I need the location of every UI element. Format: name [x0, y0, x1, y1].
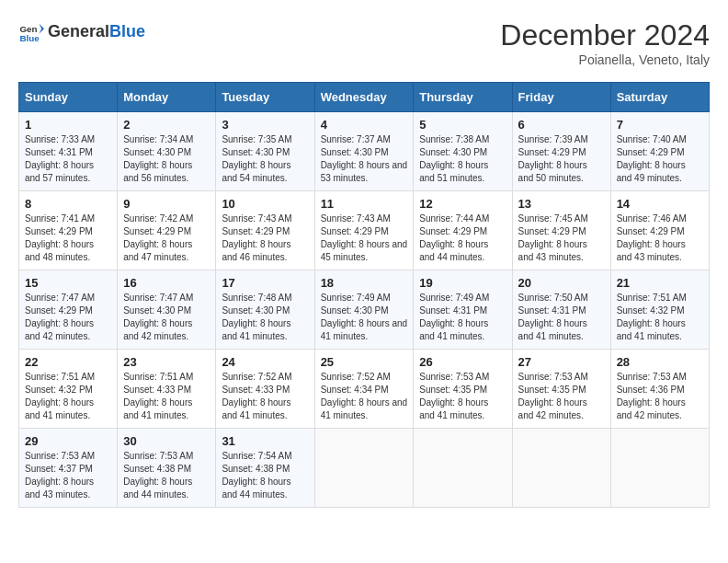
day-info: Sunrise: 7:44 AM Sunset: 4:29 PM Dayligh…	[419, 213, 506, 264]
calendar-cell: 31 Sunrise: 7:54 AM Sunset: 4:38 PM Dayl…	[216, 429, 314, 508]
calendar-cell: 21 Sunrise: 7:51 AM Sunset: 4:32 PM Dayl…	[610, 270, 709, 350]
day-number: 2	[123, 118, 210, 132]
calendar-cell: 5 Sunrise: 7:38 AM Sunset: 4:30 PM Dayli…	[414, 112, 512, 191]
calendar-cell: 10 Sunrise: 7:43 AM Sunset: 4:29 PM Dayl…	[216, 191, 314, 270]
calendar-row: 15 Sunrise: 7:47 AM Sunset: 4:29 PM Dayl…	[19, 270, 710, 350]
day-number: 12	[419, 197, 506, 211]
calendar-cell: 8 Sunrise: 7:41 AM Sunset: 4:29 PM Dayli…	[19, 191, 118, 270]
day-number: 16	[123, 276, 210, 290]
day-number: 29	[25, 434, 111, 448]
calendar-cell: 11 Sunrise: 7:43 AM Sunset: 4:29 PM Dayl…	[314, 191, 414, 270]
calendar-cell: 22 Sunrise: 7:51 AM Sunset: 4:32 PM Dayl…	[19, 350, 118, 429]
title-block: December 2024 Poianella, Veneto, Italy	[500, 18, 710, 67]
day-info: Sunrise: 7:52 AM Sunset: 4:34 PM Dayligh…	[321, 371, 408, 422]
day-info: Sunrise: 7:42 AM Sunset: 4:29 PM Dayligh…	[123, 213, 210, 264]
svg-text:Blue: Blue	[19, 33, 40, 43]
day-info: Sunrise: 7:47 AM Sunset: 4:30 PM Dayligh…	[123, 292, 210, 343]
logo: Gen Blue GeneralBlue	[18, 18, 145, 44]
day-number: 5	[419, 118, 506, 132]
day-number: 22	[25, 355, 111, 369]
day-number: 8	[25, 197, 111, 211]
svg-marker-2	[39, 24, 44, 34]
calendar-cell: 28 Sunrise: 7:53 AM Sunset: 4:36 PM Dayl…	[610, 350, 709, 429]
calendar-cell: 2 Sunrise: 7:34 AM Sunset: 4:30 PM Dayli…	[118, 112, 216, 191]
day-info: Sunrise: 7:43 AM Sunset: 4:29 PM Dayligh…	[321, 213, 408, 264]
calendar-table: Sunday Monday Tuesday Wednesday Thursday…	[18, 82, 710, 508]
calendar-cell: 24 Sunrise: 7:52 AM Sunset: 4:33 PM Dayl…	[216, 350, 314, 429]
location-subtitle: Poianella, Veneto, Italy	[500, 52, 710, 67]
calendar-row: 29 Sunrise: 7:53 AM Sunset: 4:37 PM Dayl…	[19, 429, 710, 508]
calendar-cell: 3 Sunrise: 7:35 AM Sunset: 4:30 PM Dayli…	[216, 112, 314, 191]
day-info: Sunrise: 7:53 AM Sunset: 4:35 PM Dayligh…	[518, 371, 605, 422]
day-number: 18	[321, 276, 408, 290]
day-number: 13	[518, 197, 605, 211]
day-number: 15	[25, 276, 111, 290]
day-info: Sunrise: 7:50 AM Sunset: 4:31 PM Dayligh…	[518, 292, 605, 343]
day-number: 24	[222, 355, 308, 369]
header-wednesday: Wednesday	[314, 83, 414, 112]
header-friday: Friday	[512, 83, 610, 112]
weekday-header-row: Sunday Monday Tuesday Wednesday Thursday…	[19, 83, 710, 112]
day-number: 10	[222, 197, 308, 211]
day-number: 4	[321, 118, 408, 132]
calendar-cell: 19 Sunrise: 7:49 AM Sunset: 4:31 PM Dayl…	[414, 270, 512, 350]
header-sunday: Sunday	[19, 83, 118, 112]
day-info: Sunrise: 7:33 AM Sunset: 4:31 PM Dayligh…	[25, 133, 111, 185]
day-number: 7	[617, 118, 703, 132]
day-info: Sunrise: 7:54 AM Sunset: 4:38 PM Dayligh…	[222, 450, 308, 501]
calendar-cell: 16 Sunrise: 7:47 AM Sunset: 4:30 PM Dayl…	[118, 270, 216, 350]
calendar-cell: 25 Sunrise: 7:52 AM Sunset: 4:34 PM Dayl…	[314, 350, 414, 429]
calendar-row: 22 Sunrise: 7:51 AM Sunset: 4:32 PM Dayl…	[19, 350, 710, 429]
calendar-cell: 29 Sunrise: 7:53 AM Sunset: 4:37 PM Dayl…	[19, 429, 118, 508]
logo-icon: Gen Blue	[18, 18, 44, 44]
day-info: Sunrise: 7:40 AM Sunset: 4:29 PM Dayligh…	[617, 133, 703, 185]
day-number: 20	[518, 276, 605, 290]
calendar-cell: 9 Sunrise: 7:42 AM Sunset: 4:29 PM Dayli…	[118, 191, 216, 270]
day-number: 23	[123, 355, 210, 369]
day-number: 11	[321, 197, 408, 211]
calendar-cell: 23 Sunrise: 7:51 AM Sunset: 4:33 PM Dayl…	[118, 350, 216, 429]
calendar-cell	[512, 429, 610, 508]
day-info: Sunrise: 7:49 AM Sunset: 4:31 PM Dayligh…	[419, 292, 506, 343]
day-number: 27	[518, 355, 605, 369]
logo-blue: Blue	[109, 22, 145, 40]
day-info: Sunrise: 7:45 AM Sunset: 4:29 PM Dayligh…	[518, 213, 605, 264]
calendar-row: 8 Sunrise: 7:41 AM Sunset: 4:29 PM Dayli…	[19, 191, 710, 270]
calendar-cell: 20 Sunrise: 7:50 AM Sunset: 4:31 PM Dayl…	[512, 270, 610, 350]
page-header: Gen Blue GeneralBlue December 2024 Poian…	[18, 18, 710, 67]
day-number: 1	[25, 118, 111, 132]
calendar-cell: 26 Sunrise: 7:53 AM Sunset: 4:35 PM Dayl…	[414, 350, 512, 429]
calendar-cell: 12 Sunrise: 7:44 AM Sunset: 4:29 PM Dayl…	[414, 191, 512, 270]
day-number: 14	[617, 197, 703, 211]
calendar-cell	[610, 429, 709, 508]
day-number: 3	[222, 118, 308, 132]
day-number: 28	[617, 355, 703, 369]
header-monday: Monday	[118, 83, 216, 112]
calendar-cell: 1 Sunrise: 7:33 AM Sunset: 4:31 PM Dayli…	[19, 112, 118, 191]
day-info: Sunrise: 7:38 AM Sunset: 4:30 PM Dayligh…	[419, 133, 506, 185]
day-info: Sunrise: 7:53 AM Sunset: 4:35 PM Dayligh…	[419, 371, 506, 422]
day-info: Sunrise: 7:47 AM Sunset: 4:29 PM Dayligh…	[25, 292, 111, 343]
day-number: 19	[419, 276, 506, 290]
calendar-row: 1 Sunrise: 7:33 AM Sunset: 4:31 PM Dayli…	[19, 112, 710, 191]
day-number: 31	[222, 434, 308, 448]
day-number: 25	[321, 355, 408, 369]
calendar-cell: 14 Sunrise: 7:46 AM Sunset: 4:29 PM Dayl…	[610, 191, 709, 270]
header-saturday: Saturday	[610, 83, 709, 112]
day-info: Sunrise: 7:34 AM Sunset: 4:30 PM Dayligh…	[123, 133, 210, 185]
day-info: Sunrise: 7:48 AM Sunset: 4:30 PM Dayligh…	[222, 292, 308, 343]
calendar-cell: 4 Sunrise: 7:37 AM Sunset: 4:30 PM Dayli…	[314, 112, 414, 191]
day-number: 26	[419, 355, 506, 369]
calendar-cell	[414, 429, 512, 508]
day-info: Sunrise: 7:49 AM Sunset: 4:30 PM Dayligh…	[321, 292, 408, 343]
day-number: 17	[222, 276, 308, 290]
calendar-cell: 30 Sunrise: 7:53 AM Sunset: 4:38 PM Dayl…	[118, 429, 216, 508]
calendar-cell: 18 Sunrise: 7:49 AM Sunset: 4:30 PM Dayl…	[314, 270, 414, 350]
calendar-cell: 13 Sunrise: 7:45 AM Sunset: 4:29 PM Dayl…	[512, 191, 610, 270]
day-number: 21	[617, 276, 703, 290]
logo-text-block: GeneralBlue	[48, 22, 145, 41]
calendar-cell: 6 Sunrise: 7:39 AM Sunset: 4:29 PM Dayli…	[512, 112, 610, 191]
day-number: 9	[123, 197, 210, 211]
day-number: 6	[518, 118, 605, 132]
header-thursday: Thursday	[414, 83, 512, 112]
